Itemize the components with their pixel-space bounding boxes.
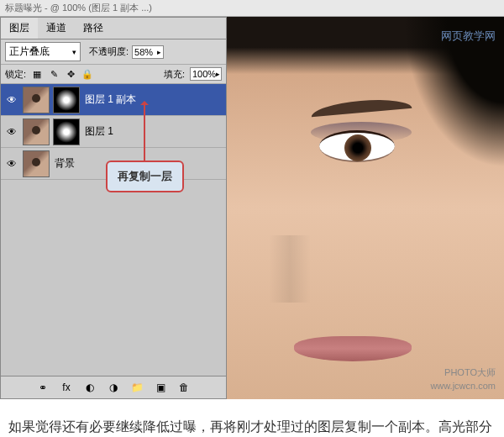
link-icon[interactable]: ⚭ bbox=[35, 380, 50, 395]
opacity-value: 58% bbox=[134, 47, 153, 57]
layer-row[interactable]: 👁 图层 1 bbox=[1, 116, 226, 148]
lock-transparency-icon[interactable]: ▦ bbox=[31, 68, 43, 80]
visibility-icon[interactable]: 👁 bbox=[4, 124, 19, 140]
layer-name: 图层 1 副本 bbox=[85, 92, 136, 107]
layer-thumbnail[interactable] bbox=[23, 87, 50, 113]
visibility-icon[interactable]: 👁 bbox=[4, 156, 19, 171]
panel-footer: ⚭ fx ◐ ◑ 📁 ▣ 🗑 bbox=[1, 376, 226, 398]
fx-icon[interactable]: fx bbox=[59, 380, 74, 395]
visibility-icon[interactable]: 👁 bbox=[4, 92, 19, 108]
watermark-url: www.jcwcn.com bbox=[430, 380, 496, 392]
chevron-right-icon: ▸ bbox=[157, 48, 161, 56]
folder-icon[interactable]: 📁 bbox=[129, 380, 144, 395]
chevron-down-icon: ▾ bbox=[72, 48, 76, 56]
tutorial-caption: 如果觉得还有必要继续降低过曝，再将刚才处理过的图层复制一个副本。高光部分进一步变… bbox=[0, 399, 504, 437]
layers-list: 👁 图层 1 副本 👁 图层 1 👁 背景 bbox=[1, 84, 226, 376]
layer-mask-thumbnail[interactable] bbox=[53, 118, 80, 145]
mask-icon[interactable]: ◐ bbox=[82, 380, 97, 395]
lock-icons: ▦ ✎ ✥ 🔒 bbox=[31, 68, 93, 80]
blend-mode-value: 正片叠底 bbox=[9, 45, 50, 59]
watermark-top: 网页教学网 bbox=[441, 29, 496, 44]
lock-move-icon[interactable]: ✥ bbox=[65, 68, 76, 80]
tab-layers[interactable]: 图层 bbox=[1, 18, 38, 39]
layer-name: 背景 bbox=[55, 156, 75, 171]
lock-brush-icon[interactable]: ✎ bbox=[48, 68, 60, 80]
layer-thumbnail[interactable] bbox=[23, 118, 50, 145]
opacity-input[interactable]: 58% ▸ bbox=[132, 45, 164, 59]
lock-label: 锁定: bbox=[5, 68, 26, 81]
layer-thumbnail[interactable] bbox=[23, 150, 50, 177]
image-lips-region bbox=[294, 336, 412, 361]
canvas-image: 网页教学网 PHOTO大师 www.jcwcn.com bbox=[227, 17, 504, 399]
tab-channels[interactable]: 通道 bbox=[38, 18, 75, 39]
image-eye-region bbox=[319, 130, 395, 162]
layer-mask-thumbnail[interactable] bbox=[53, 87, 80, 113]
layers-panel: 图层 通道 路径 正片叠底 ▾ 不透明度: 58% ▸ 锁定: ▦ ✎ ✥ 🔒 … bbox=[0, 17, 227, 399]
fill-label: 填充: bbox=[164, 68, 185, 81]
fill-input[interactable]: 100% ▸ bbox=[190, 67, 222, 81]
opacity-label: 不透明度: bbox=[89, 45, 129, 58]
image-nose-region bbox=[269, 235, 311, 303]
new-layer-icon[interactable]: ▣ bbox=[153, 380, 168, 395]
image-eyebrow-region bbox=[311, 97, 412, 117]
layer-name: 图层 1 bbox=[85, 124, 113, 139]
blend-mode-select[interactable]: 正片叠底 ▾ bbox=[5, 42, 81, 61]
image-iris-region bbox=[344, 134, 371, 161]
window-title: 标题曝光 - @ 100% (图层 1 副本 ...) bbox=[0, 0, 504, 17]
trash-icon[interactable]: 🗑 bbox=[176, 380, 192, 395]
lock-row: 锁定: ▦ ✎ ✥ 🔒 填充: 100% ▸ bbox=[1, 65, 226, 84]
layer-row[interactable]: 👁 图层 1 副本 bbox=[1, 84, 226, 116]
callout-arrow bbox=[144, 102, 145, 162]
watermark-bottom: PHOTO大师 www.jcwcn.com bbox=[430, 366, 496, 392]
watermark-brand: PHOTO大师 bbox=[430, 366, 496, 379]
chevron-right-icon: ▸ bbox=[216, 70, 220, 78]
adjustment-icon[interactable]: ◑ bbox=[106, 380, 121, 395]
fill-value: 100% bbox=[192, 69, 216, 79]
lock-all-icon[interactable]: 🔒 bbox=[81, 68, 93, 80]
blend-row: 正片叠底 ▾ 不透明度: 58% ▸ bbox=[1, 39, 226, 65]
tab-paths[interactable]: 路径 bbox=[75, 18, 112, 39]
panel-tabs: 图层 通道 路径 bbox=[1, 18, 226, 39]
callout-box: 再复制一层 bbox=[106, 161, 184, 192]
